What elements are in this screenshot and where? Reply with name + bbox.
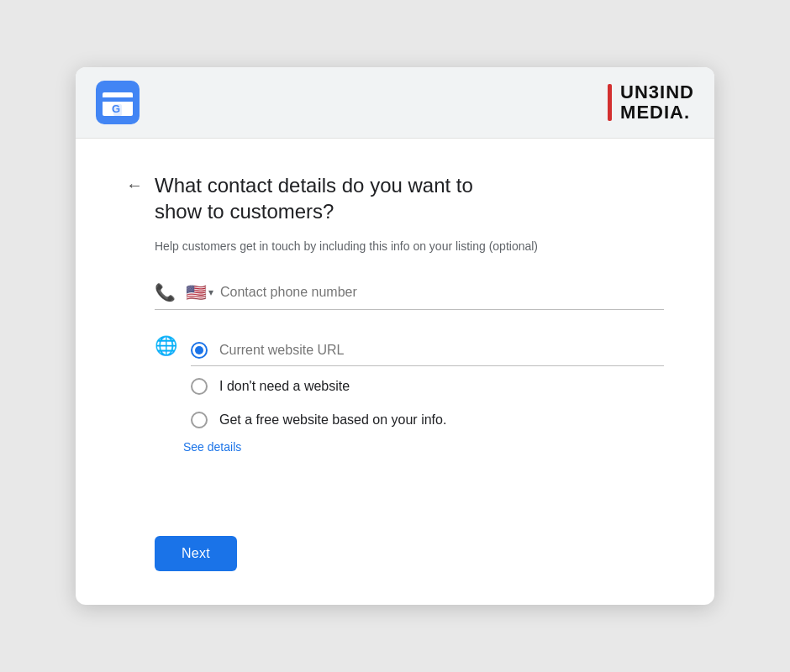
radio-current-website[interactable]: [191, 342, 208, 359]
next-button[interactable]: Next: [155, 536, 237, 571]
page-title: What contact details do you want toshow …: [155, 172, 473, 224]
current-website-input[interactable]: [219, 343, 664, 358]
brand-line1: UN3IND: [620, 82, 694, 102]
phone-section: 📞 🇺🇸 ▾ 🌐: [155, 282, 664, 454]
phone-row: 📞 🇺🇸 ▾: [155, 282, 664, 310]
country-dropdown[interactable]: 🇺🇸 ▾: [186, 282, 213, 302]
main-card: G UN3IND MEDIA. ← What contact details d…: [76, 67, 714, 605]
brand-logo: UN3IND MEDIA.: [608, 82, 694, 123]
globe-icon: 🌐: [155, 335, 177, 357]
see-details-link[interactable]: See details: [183, 440, 664, 454]
back-arrow[interactable]: ←: [126, 174, 143, 196]
card-header: G UN3IND MEDIA.: [76, 67, 714, 139]
free-website-label: Get a free website based on your info.: [219, 412, 446, 428]
phone-icon: 📞: [155, 282, 176, 302]
flag-icon: 🇺🇸: [186, 282, 207, 302]
title-row: ← What contact details do you want tosho…: [126, 172, 664, 224]
page-subtitle: Help customers get in touch by including…: [155, 238, 664, 255]
radio-no-website[interactable]: [191, 378, 208, 395]
card-body: ← What contact details do you want tosho…: [76, 139, 714, 519]
phone-input[interactable]: [220, 285, 664, 300]
website-row: 🌐 I don't need a website: [155, 333, 664, 437]
brand-bar: [608, 84, 612, 121]
app-icon: G: [96, 81, 140, 124]
brand-text: UN3IND MEDIA.: [620, 82, 694, 123]
radio-free-website[interactable]: [191, 412, 208, 428]
website-option-current[interactable]: [191, 333, 664, 366]
brand-line2: MEDIA.: [620, 102, 694, 123]
card-footer: Next: [76, 519, 714, 605]
dropdown-arrow-icon: ▾: [208, 286, 213, 298]
svg-rect-5: [113, 104, 122, 116]
website-option-free[interactable]: Get a free website based on your info.: [191, 403, 664, 437]
website-options: I don't need a website Get a free websit…: [191, 333, 664, 437]
website-option-none[interactable]: I don't need a website: [191, 370, 664, 403]
svg-rect-3: [103, 97, 133, 102]
no-website-label: I don't need a website: [219, 379, 350, 394]
